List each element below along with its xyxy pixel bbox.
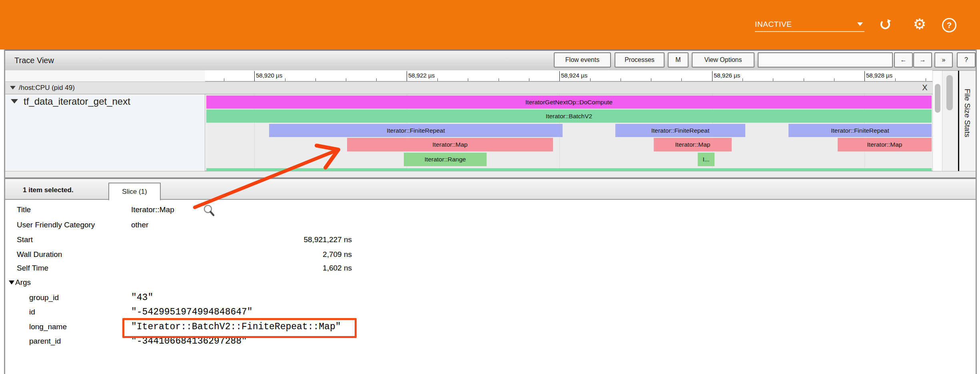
- minor-tick: [590, 78, 591, 81]
- wall-duration-value: 2,709 ns: [131, 250, 352, 259]
- panel-right-border: [976, 50, 977, 374]
- toolbar-help-button[interactable]: ?: [957, 52, 976, 68]
- nav-back-button[interactable]: ←: [894, 52, 913, 68]
- arg-name: long_name: [29, 322, 67, 331]
- arg-value: "-344106684136297288": [131, 336, 247, 346]
- page-title: Trace View: [14, 56, 54, 65]
- args-label: Args: [15, 278, 31, 287]
- tick-label: 58,926 µs: [714, 72, 740, 79]
- minor-tick: [834, 78, 834, 81]
- flow-events-button[interactable]: Flow events: [554, 52, 611, 68]
- trace-event-bar[interactable]: Iterator::Map: [654, 138, 732, 151]
- processes-button[interactable]: Processes: [615, 52, 665, 68]
- minor-tick: [926, 78, 926, 81]
- collapse-triangle-icon[interactable]: [10, 86, 16, 90]
- run-status-select[interactable]: INACTIVE: [755, 18, 864, 32]
- refresh-icon[interactable]: [879, 18, 892, 31]
- major-tick: [254, 71, 255, 81]
- arg-value: "-5429951974994848647": [131, 307, 253, 317]
- nav-more-button[interactable]: »: [934, 52, 953, 68]
- self-time-label: Self Time: [17, 264, 48, 273]
- app-header-bar: INACTIVE ⚙ ?: [0, 0, 980, 50]
- arg-value: "43": [131, 292, 153, 303]
- scrollbar-thumb-inner[interactable]: [935, 84, 940, 113]
- settings-gear-icon[interactable]: ⚙: [913, 17, 926, 31]
- minor-tick: [376, 78, 377, 81]
- major-tick: [407, 71, 407, 81]
- scrollbar-track-outer[interactable]: [942, 71, 958, 171]
- minor-tick: [224, 78, 224, 81]
- trace-event-bar[interactable]: I...: [698, 153, 715, 166]
- self-time-value: 1,602 ns: [131, 264, 352, 273]
- tick-label: 58,920 µs: [256, 72, 282, 79]
- minor-tick: [468, 78, 468, 81]
- scrollbar-thumb-outer[interactable]: [946, 75, 953, 110]
- panel-divider[interactable]: [5, 171, 976, 179]
- track-collapse-triangle-icon[interactable]: [11, 99, 18, 103]
- minor-tick: [773, 78, 773, 81]
- minor-tick: [742, 78, 743, 81]
- detail-row-args-header: Args: [5, 277, 485, 288]
- trace-event-bar[interactable]: Iterator::FiniteRepeat: [269, 124, 563, 137]
- trace-event-bar[interactable]: Iterator::FiniteRepeat: [615, 124, 745, 137]
- detail-row-arg: parent_id"-344106684136297288": [5, 336, 485, 347]
- process-header-row[interactable]: [5, 82, 932, 94]
- minor-tick: [285, 78, 285, 81]
- file-size-stats-label: File Size Stats: [963, 89, 972, 137]
- detail-row-arg: group_id"43": [5, 292, 485, 303]
- help-glyph: ?: [942, 18, 956, 32]
- minor-tick: [346, 78, 346, 81]
- trace-event-bar[interactable]: Iterator::BatchV2: [206, 109, 932, 123]
- detail-row-wall-duration: Wall Duration 2,709 ns: [5, 249, 485, 260]
- category-label: User Friendly Category: [17, 221, 95, 229]
- minor-tick: [804, 78, 804, 81]
- start-label: Start: [17, 235, 33, 244]
- major-tick: [559, 71, 560, 81]
- help-icon[interactable]: ?: [942, 18, 956, 32]
- search-input[interactable]: [758, 52, 893, 68]
- tick-label: 58,928 µs: [866, 72, 892, 79]
- minor-tick: [895, 78, 896, 81]
- trace-viewer-window: INACTIVE ⚙ ? Trace View Flow events Proc…: [0, 0, 980, 374]
- tick-label: 58,922 µs: [408, 72, 435, 79]
- run-status-label: INACTIVE: [755, 20, 792, 29]
- detail-row-title: Title Iterator::Map: [5, 204, 485, 215]
- wall-duration-label: Wall Duration: [17, 250, 62, 259]
- close-track-button[interactable]: X: [920, 82, 930, 93]
- minor-tick: [621, 78, 621, 81]
- tick-label: 58,924 µs: [561, 72, 587, 79]
- title-label: Title: [17, 205, 31, 214]
- magnifier-icon[interactable]: [202, 204, 216, 217]
- args-collapse-triangle-icon[interactable]: [9, 280, 14, 284]
- detail-row-start: Start 58,921,227 ns: [5, 234, 485, 245]
- minor-tick: [529, 78, 529, 81]
- arg-name: parent_id: [29, 337, 61, 346]
- arg-name: group_id: [29, 293, 59, 302]
- arg-name: id: [29, 308, 35, 316]
- minor-tick: [651, 78, 651, 81]
- selection-summary: 1 item selected.: [23, 186, 74, 194]
- trace-event-bar[interactable]: Iterator::Range: [404, 153, 487, 166]
- trace-event-bar[interactable]: Iterator::FiniteRepeat: [788, 124, 932, 137]
- track-name[interactable]: tf_data_iterator_get_next: [24, 96, 130, 107]
- detail-row-arg: long_name"Iterator::BatchV2::FiniteRepea…: [5, 321, 485, 332]
- category-value: other: [131, 221, 148, 229]
- track-names-header-spacer: [5, 70, 206, 82]
- trace-event-bar[interactable]: IteratorGetNextOp::DoCompute: [206, 95, 932, 109]
- nav-forward-button[interactable]: →: [913, 52, 932, 68]
- minor-tick: [499, 78, 499, 81]
- process-label: /host:CPU (pid 49): [19, 84, 75, 92]
- minor-tick: [315, 78, 316, 81]
- detail-row-arg: id"-5429951974994848647": [5, 306, 485, 318]
- trace-event-bar[interactable]: Iterator::Map: [347, 138, 553, 151]
- minor-tick: [681, 78, 682, 81]
- trace-event-bar[interactable]: Iterator::Map: [838, 138, 932, 151]
- view-options-button[interactable]: View Options: [692, 52, 754, 68]
- major-tick: [712, 71, 713, 81]
- title-value: Iterator::Map: [131, 205, 174, 214]
- arg-value: "Iterator::BatchV2::FiniteRepeat::Map": [131, 322, 341, 332]
- scrollbar-track-inner[interactable]: [932, 71, 942, 171]
- m-button[interactable]: M: [668, 52, 689, 68]
- tab-slice[interactable]: Slice (1): [108, 183, 161, 200]
- major-tick: [864, 71, 865, 81]
